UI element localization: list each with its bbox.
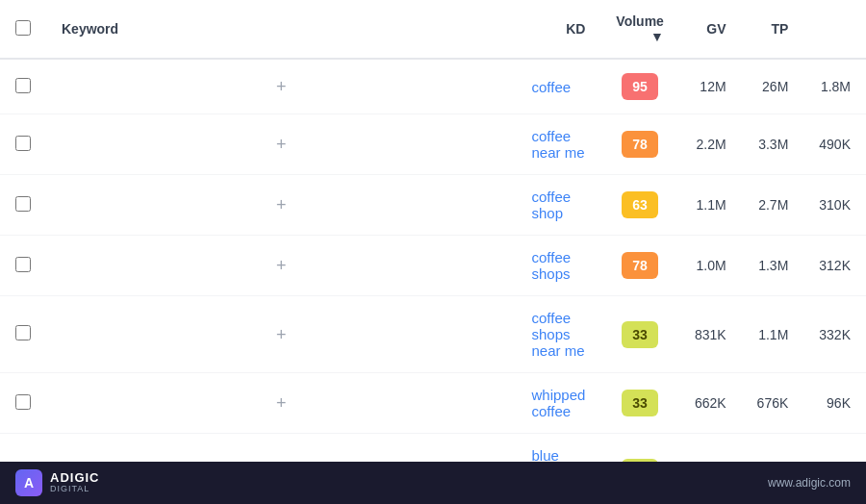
add-keyword-button[interactable]: + xyxy=(272,324,291,345)
row-gv: 576K xyxy=(742,434,804,463)
keyword-table-container: Keyword KD Volume ▼ GV TP xyxy=(0,0,866,462)
kd-badge: 78 xyxy=(622,252,658,279)
kd-badge: 95 xyxy=(622,73,658,100)
row-keyword[interactable]: coffee shop xyxy=(516,175,600,236)
keyword-link[interactable]: coffee xyxy=(531,79,571,95)
row-keyword[interactable]: coffee shops xyxy=(516,236,600,296)
row-checkbox[interactable] xyxy=(15,196,31,212)
row-tp: 490K xyxy=(803,114,866,175)
keyword-link[interactable]: blue bottle coffee xyxy=(531,447,571,462)
row-kd: 63 xyxy=(600,175,679,236)
row-checkbox[interactable] xyxy=(15,325,31,340)
add-keyword-button[interactable]: + xyxy=(272,194,291,215)
row-keyword[interactable]: coffee xyxy=(516,59,600,114)
keyword-table: Keyword KD Volume ▼ GV TP xyxy=(0,0,866,462)
brand-sub: DIGITAL xyxy=(50,485,100,494)
row-kd: 78 xyxy=(600,114,679,175)
row-kd: 33 xyxy=(600,373,679,434)
row-kd: 95 xyxy=(600,59,679,114)
header-volume-label: Volume xyxy=(616,13,664,29)
footer-logo: A ADIGIC DIGITAL xyxy=(15,469,100,496)
row-add-cell: + xyxy=(46,175,516,236)
row-checkbox-cell xyxy=(0,59,46,114)
row-checkbox-cell xyxy=(0,434,46,463)
row-volume: 1.1M xyxy=(679,175,742,236)
add-keyword-button[interactable]: + xyxy=(272,392,291,414)
logo-text: ADIGIC DIGITAL xyxy=(50,471,100,494)
header-gv-label: GV xyxy=(706,21,726,37)
row-add-cell: + xyxy=(46,373,516,434)
row-tp: 332K xyxy=(803,296,866,373)
row-volume: 1.0M xyxy=(679,236,742,296)
row-add-cell: + xyxy=(46,59,516,114)
row-volume: 12M xyxy=(679,59,742,114)
row-keyword[interactable]: whipped coffee xyxy=(516,373,600,434)
row-keyword[interactable]: coffee near me xyxy=(516,114,600,175)
table-row: + coffee shop 63 1.1M 2.7M 310K xyxy=(0,175,866,236)
row-checkbox[interactable] xyxy=(15,78,31,93)
row-gv: 3.3M xyxy=(742,114,804,175)
header-volume[interactable]: Volume ▼ xyxy=(600,0,679,59)
header-kd: KD xyxy=(516,0,600,59)
keyword-link[interactable]: coffee shop xyxy=(531,189,571,221)
row-gv: 2.7M xyxy=(742,175,804,236)
table-row: + coffee near me 78 2.2M 3.3M 490K xyxy=(0,114,866,175)
kd-badge: 33 xyxy=(622,390,658,416)
row-gv: 1.3M xyxy=(742,236,804,296)
add-keyword-button[interactable]: + xyxy=(272,76,291,97)
table-row: + blue bottle coffee 36 500K 576K 394K xyxy=(0,434,866,463)
keyword-link[interactable]: coffee shops near me xyxy=(531,310,584,359)
brand-name: ADIGIC xyxy=(50,471,100,485)
row-add-cell: + xyxy=(46,236,516,296)
kd-badge: 63 xyxy=(622,191,658,218)
row-gv: 676K xyxy=(742,373,804,434)
header-keyword-label: Keyword xyxy=(62,21,118,37)
row-tp: 96K xyxy=(803,373,866,434)
row-volume: 500K xyxy=(679,434,742,463)
row-checkbox-cell xyxy=(0,114,46,175)
row-checkbox[interactable] xyxy=(15,394,31,410)
header-tp: TP xyxy=(742,0,804,59)
footer-bar: A ADIGIC DIGITAL www.adigic.com xyxy=(0,462,866,504)
row-tp: 1.8M xyxy=(803,59,866,114)
row-keyword[interactable]: blue bottle coffee xyxy=(516,434,600,463)
sort-desc-icon: ▼ xyxy=(650,29,664,44)
select-all-checkbox[interactable] xyxy=(15,20,31,36)
row-checkbox[interactable] xyxy=(15,257,31,272)
table-row: + whipped coffee 33 662K 676K 96K xyxy=(0,373,866,434)
add-keyword-button[interactable]: + xyxy=(272,255,291,276)
table-header-row: Keyword KD Volume ▼ GV TP xyxy=(0,0,866,59)
header-checkbox-cell xyxy=(0,0,46,59)
row-tp: 312K xyxy=(803,236,866,296)
row-kd: 78 xyxy=(600,236,679,296)
table-row: + coffee shops 78 1.0M 1.3M 312K xyxy=(0,236,866,296)
row-checkbox-cell xyxy=(0,236,46,296)
row-add-cell: + xyxy=(46,434,516,463)
keyword-link[interactable]: whipped coffee xyxy=(531,387,585,419)
row-checkbox-cell xyxy=(0,373,46,434)
table-row: + coffee 95 12M 26M 1.8M xyxy=(0,59,866,114)
kd-badge: 33 xyxy=(622,321,658,348)
row-tp: 394K xyxy=(803,434,866,463)
row-gv: 26M xyxy=(742,59,804,114)
kd-badge: 78 xyxy=(622,131,658,158)
row-volume: 662K xyxy=(679,373,742,434)
add-keyword-button[interactable]: + xyxy=(272,134,291,155)
row-volume: 2.2M xyxy=(679,114,742,175)
keyword-link[interactable]: coffee near me xyxy=(531,128,584,161)
row-kd: 36 xyxy=(600,434,679,463)
row-tp: 310K xyxy=(803,175,866,236)
row-kd: 33 xyxy=(600,296,679,373)
header-kd-label: KD xyxy=(566,21,585,37)
table-row: + coffee shops near me 33 831K 1.1M 332K xyxy=(0,296,866,373)
row-add-cell: + xyxy=(46,296,516,373)
row-keyword[interactable]: coffee shops near me xyxy=(516,296,600,373)
row-checkbox[interactable] xyxy=(15,136,31,151)
table-body: + coffee 95 12M 26M 1.8M + coffee near m… xyxy=(0,59,866,462)
footer-url: www.adigic.com xyxy=(768,476,851,490)
row-volume: 831K xyxy=(679,296,742,373)
keyword-link[interactable]: coffee shops xyxy=(531,249,571,282)
header-gv: GV xyxy=(679,0,742,59)
row-add-cell: + xyxy=(46,114,516,175)
row-checkbox-cell xyxy=(0,175,46,236)
